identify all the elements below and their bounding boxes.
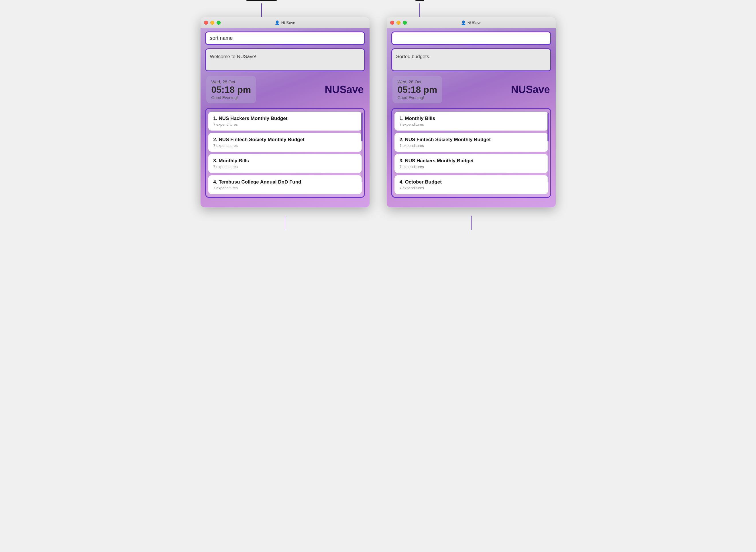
left-bottom-annotation <box>285 216 285 230</box>
right-budget-sub-2: 7 expenditures <box>400 143 543 148</box>
right-budget-sub-3: 7 expenditures <box>400 165 543 169</box>
left-annotation-text: sort name <box>246 0 277 1</box>
left-budget-sub-3: 7 expenditures <box>213 165 357 169</box>
right-brand: NUSave <box>511 84 550 96</box>
right-budget-title-2: 2. NUS Fintech Society Monthly Budget <box>400 137 543 143</box>
left-budget-sub-2: 7 expenditures <box>213 143 357 148</box>
right-annotation-text: a <box>415 0 424 1</box>
left-message-box: Welcome to NUSave! <box>205 48 365 71</box>
right-bottom-annotation <box>471 216 471 230</box>
right-budget-item-3[interactable]: 3. NUS Hackers Monthly Budget 7 expendit… <box>395 154 548 173</box>
right-budget-title-1: 1. Monthly Bills <box>400 116 543 121</box>
right-search-input[interactable] <box>391 31 551 45</box>
left-window: 👤 NUSave Welcome to NUSave! Wed, 28 Oct … <box>201 17 369 207</box>
left-traffic-lights <box>204 21 221 25</box>
right-titlebar-icon: 👤 <box>461 20 466 25</box>
left-titlebar-title: 👤 NUSave <box>275 20 295 25</box>
right-close-button[interactable] <box>390 21 394 25</box>
right-message-text: Sorted budgets. <box>396 54 431 59</box>
left-datetime-card: Wed, 28 Oct 05:18 pm Good Evening! <box>206 76 256 103</box>
right-budget-title-4: 4. October Budget <box>400 179 543 185</box>
left-budget-title-1: 1. NUS Hackers Monthly Budget <box>213 116 357 121</box>
right-titlebar-label: NUSave <box>467 21 481 25</box>
right-window-wrapper: a 👤 NUSave <box>387 17 556 207</box>
left-time: 05:18 pm <box>211 85 251 95</box>
right-scrollbar-thumb <box>547 113 549 141</box>
left-message-text: Welcome to NUSave! <box>210 54 256 59</box>
left-annotation-vline <box>261 3 262 18</box>
left-greeting: Good Evening! <box>211 95 251 100</box>
left-close-button[interactable] <box>204 21 208 25</box>
left-budget-list: 1. NUS Hackers Monthly Budget 7 expendit… <box>208 112 362 194</box>
right-time: 05:18 pm <box>398 85 437 95</box>
left-budget-item-2[interactable]: 2. NUS Fintech Society Monthly Budget 7 … <box>208 133 362 152</box>
left-budget-title-3: 3. Monthly Bills <box>213 158 357 164</box>
left-budget-title-4: 4. Tembusu College Annual DnD Fund <box>213 179 357 185</box>
right-budget-item-2[interactable]: 2. NUS Fintech Society Monthly Budget 7 … <box>395 133 548 152</box>
left-budget-list-container: 1. NUS Hackers Monthly Budget 7 expendit… <box>205 108 365 198</box>
right-window: 👤 NUSave Sorted budgets. Wed, 28 Oct 05:… <box>387 17 556 207</box>
left-titlebar: 👤 NUSave <box>201 17 369 28</box>
right-budget-list: 1. Monthly Bills 7 expenditures 2. NUS F… <box>395 112 548 194</box>
left-budget-title-2: 2. NUS Fintech Society Monthly Budget <box>213 137 357 143</box>
left-budget-item-3[interactable]: 3. Monthly Bills 7 expenditures <box>208 154 362 173</box>
left-top-annotation: sort name <box>246 0 277 18</box>
right-budget-list-container: 1. Monthly Bills 7 expenditures 2. NUS F… <box>391 108 551 198</box>
right-window-content: Sorted budgets. Wed, 28 Oct 05:18 pm Goo… <box>387 28 556 201</box>
left-budget-sub-1: 7 expenditures <box>213 122 357 127</box>
right-budget-sub-1: 7 expenditures <box>400 122 543 127</box>
right-maximize-button[interactable] <box>403 21 407 25</box>
left-window-wrapper: sort name 👤 NUSave <box>201 17 369 207</box>
left-bottom-vline <box>285 216 285 230</box>
right-scrollbar[interactable] <box>547 112 549 182</box>
left-brand: NUSave <box>325 84 363 96</box>
right-titlebar-title: 👤 NUSave <box>461 20 481 25</box>
left-date: Wed, 28 Oct <box>211 79 251 84</box>
right-datetime-section: Wed, 28 Oct 05:18 pm Good Evening! NUSav… <box>391 76 551 103</box>
left-maximize-button[interactable] <box>217 21 221 25</box>
left-search-input[interactable] <box>205 31 365 45</box>
left-window-content: Welcome to NUSave! Wed, 28 Oct 05:18 pm … <box>201 28 369 201</box>
left-scrollbar-thumb <box>361 113 363 141</box>
left-titlebar-icon: 👤 <box>275 20 280 25</box>
left-minimize-button[interactable] <box>210 21 214 25</box>
left-budget-item-4[interactable]: 4. Tembusu College Annual DnD Fund 7 exp… <box>208 175 362 194</box>
left-budget-sub-4: 7 expenditures <box>213 186 357 190</box>
right-budget-item-4[interactable]: 4. October Budget 7 expenditures <box>395 175 548 194</box>
right-titlebar: 👤 NUSave <box>387 17 556 28</box>
left-budget-item-1[interactable]: 1. NUS Hackers Monthly Budget 7 expendit… <box>208 112 362 131</box>
right-date: Wed, 28 Oct <box>398 79 437 84</box>
right-budget-title-3: 3. NUS Hackers Monthly Budget <box>400 158 543 164</box>
left-titlebar-label: NUSave <box>281 21 295 25</box>
right-message-box: Sorted budgets. <box>391 48 551 71</box>
right-annotation-vline <box>419 3 420 18</box>
left-datetime-section: Wed, 28 Oct 05:18 pm Good Evening! NUSav… <box>205 76 365 103</box>
right-budget-item-1[interactable]: 1. Monthly Bills 7 expenditures <box>395 112 548 131</box>
right-budget-sub-4: 7 expenditures <box>400 186 543 190</box>
right-minimize-button[interactable] <box>397 21 401 25</box>
right-top-annotation: a <box>415 0 424 18</box>
left-scrollbar[interactable] <box>361 112 363 182</box>
right-bottom-vline <box>471 216 471 230</box>
right-traffic-lights <box>390 21 407 25</box>
right-greeting: Good Evening! <box>398 95 437 100</box>
right-datetime-card: Wed, 28 Oct 05:18 pm Good Evening! <box>393 76 443 103</box>
